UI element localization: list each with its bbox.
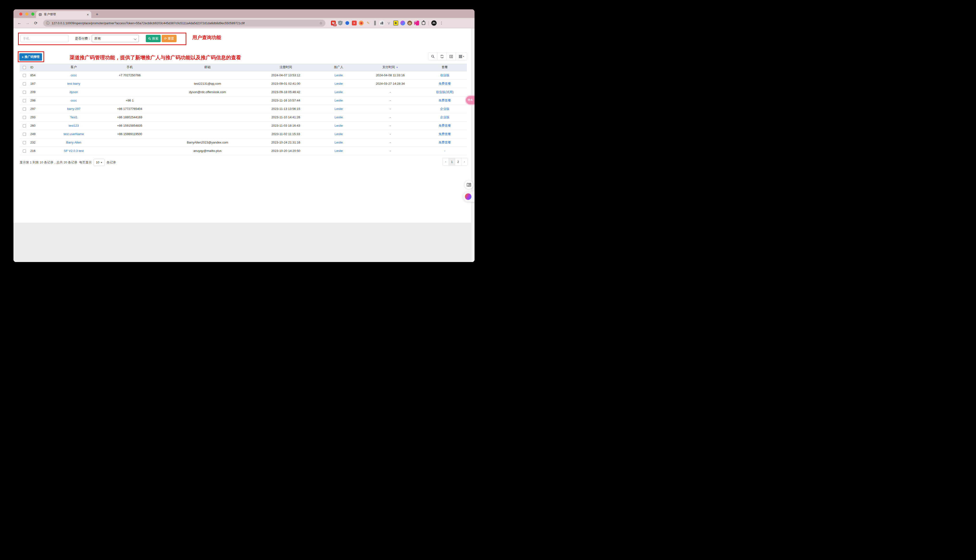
column-header[interactable]: 注册时间 [252, 63, 319, 71]
r-extension-icon[interactable]: R [393, 21, 398, 25]
browser-tab[interactable]: 客户管理 × [36, 11, 91, 18]
cell-paid: - [358, 96, 423, 105]
orange-reader-extension-icon[interactable] [359, 21, 364, 25]
promoter-link[interactable]: Leslie [334, 141, 343, 144]
address-bar[interactable]: ⓘ 127.0.0.1:10009/open/place/promoter/pa… [43, 20, 326, 27]
package-link[interactable]: 免费套餐 [438, 141, 451, 144]
reader-float-button[interactable] [465, 180, 473, 189]
row-checkbox[interactable] [23, 141, 26, 144]
customer-link[interactable]: cccc [70, 98, 77, 102]
package-link[interactable]: - [444, 149, 445, 153]
promoter-link[interactable]: Leslie [334, 73, 343, 77]
back-button[interactable]: ← [16, 21, 23, 25]
promoter-link[interactable]: Leslie [334, 124, 343, 127]
forward-button[interactable]: → [24, 21, 31, 25]
package-link[interactable]: 免费套餐 [438, 132, 451, 136]
browser-menu-icon[interactable]: ⋮ [440, 21, 443, 25]
caret-up-icon: ▲ [100, 161, 102, 163]
new-tab-button[interactable]: + [94, 12, 100, 17]
row-checkbox[interactable] [23, 82, 26, 85]
reset-button[interactable]: ⟳ 重置 [162, 35, 177, 42]
row-checkbox[interactable] [23, 124, 26, 127]
thumbs-up-extension-icon[interactable] [379, 21, 384, 25]
password-lock-extension-icon[interactable] [345, 21, 350, 25]
customer-link[interactable]: barry-297 [67, 107, 80, 111]
customer-link[interactable]: Barry Allen [66, 141, 82, 144]
bottle-extension-icon[interactable] [374, 21, 376, 25]
column-header[interactable]: 邮箱 [163, 63, 252, 71]
red-notes-extension-icon[interactable]: ≡ [352, 21, 357, 25]
customer-link[interactable]: cccc [70, 73, 77, 77]
package-link[interactable]: 创业版 [440, 73, 450, 77]
cell-phone [97, 88, 163, 96]
customer-link[interactable]: test userName [64, 132, 84, 136]
package-link[interactable]: 免费套餐 [438, 98, 451, 102]
mail-extension-icon[interactable]: M25 [331, 21, 336, 25]
promoter-link[interactable]: Leslie [334, 107, 343, 111]
brain-extension-icon[interactable] [400, 21, 405, 25]
feather-pen-extension-icon[interactable]: ✎ [366, 21, 371, 25]
next-page-button[interactable]: › [461, 158, 468, 165]
row-checkbox[interactable] [23, 116, 26, 119]
customer-link[interactable]: Test1 [70, 115, 77, 119]
customer-link[interactable]: test123 [69, 124, 79, 127]
promoter-link[interactable]: Leslie [334, 82, 343, 85]
column-header[interactable]: 支付时间▼ [358, 63, 423, 71]
package-link[interactable]: 免费套餐 [438, 82, 451, 85]
site-info-icon[interactable]: ⓘ [46, 21, 50, 25]
column-header[interactable]: 手机 [97, 63, 163, 71]
cell-registered: 2023-11-10 14:41:26 [252, 113, 319, 122]
shield-check-extension-icon[interactable]: ✓ [338, 21, 343, 25]
customer-link[interactable]: SF V2.0.3 test [64, 149, 84, 153]
search-button[interactable]: 搜索 [146, 35, 160, 42]
table-columns-button[interactable]: ▾ [456, 53, 467, 60]
row-checkbox[interactable] [23, 74, 26, 77]
table-search-button[interactable] [428, 53, 438, 60]
prev-page-button[interactable]: ‹ [443, 158, 449, 165]
v-extension-icon[interactable]: V [386, 21, 391, 25]
package-link[interactable]: 免费套餐 [438, 124, 451, 127]
select-all-checkbox[interactable] [23, 66, 26, 69]
row-checkbox[interactable] [23, 99, 26, 102]
column-header[interactable]: ID [29, 63, 51, 71]
reload-button[interactable]: ⟳ [32, 21, 39, 26]
puzzle-extension-icon[interactable] [422, 22, 425, 25]
maximize-window-button[interactable] [31, 12, 34, 16]
column-header[interactable]: 套餐 [423, 63, 467, 71]
row-checkbox[interactable] [23, 107, 26, 111]
phone-search-input[interactable] [20, 35, 69, 42]
profile-avatar[interactable] [431, 20, 436, 26]
promoter-link[interactable]: Leslie [334, 149, 343, 153]
customer-link[interactable]: dyson [70, 90, 78, 94]
column-header[interactable]: 推广人 [319, 63, 358, 71]
table-refresh-button[interactable] [438, 53, 447, 60]
page-button[interactable]: 1 [449, 158, 455, 165]
translate-float-button[interactable]: 中A [466, 96, 475, 104]
package-link[interactable]: 创业版(试用) [436, 90, 454, 94]
close-window-button[interactable] [19, 12, 22, 16]
promo-code-manage-button[interactable]: + 推广码管理 [19, 53, 42, 61]
row-checkbox[interactable] [23, 91, 26, 94]
bookmark-star-icon[interactable]: ☆ [319, 21, 323, 25]
scrollbar-track[interactable] [471, 28, 475, 262]
paid-filter-select[interactable]: 所有 [92, 35, 139, 42]
row-checkbox[interactable] [23, 150, 26, 153]
promoter-link[interactable]: Leslie [334, 98, 343, 102]
promoter-link[interactable]: Leslie [334, 115, 343, 119]
package-link[interactable]: 企业版 [440, 115, 450, 119]
page-size-dropdown[interactable]: 10 ▲ [94, 159, 105, 166]
minimize-window-button[interactable] [25, 12, 28, 16]
cell-registered: 2023-09-01 02:41:00 [252, 79, 319, 88]
tab-close-icon[interactable]: × [87, 12, 89, 17]
ai-assistant-float-button[interactable] [463, 191, 475, 202]
column-header[interactable]: 客户 [51, 63, 97, 71]
promoter-link[interactable]: Leslie [334, 90, 343, 94]
translate-extension-icon[interactable]: 中A [414, 21, 419, 25]
page-button[interactable]: 2 [455, 158, 461, 165]
customer-link[interactable]: test barry [67, 82, 80, 85]
promoter-link[interactable]: Leslie [334, 132, 343, 136]
package-link[interactable]: 企业版 [440, 107, 450, 111]
monkey-extension-icon[interactable] [407, 21, 412, 25]
row-checkbox[interactable] [23, 133, 26, 136]
table-detail-view-button[interactable] [447, 53, 456, 60]
